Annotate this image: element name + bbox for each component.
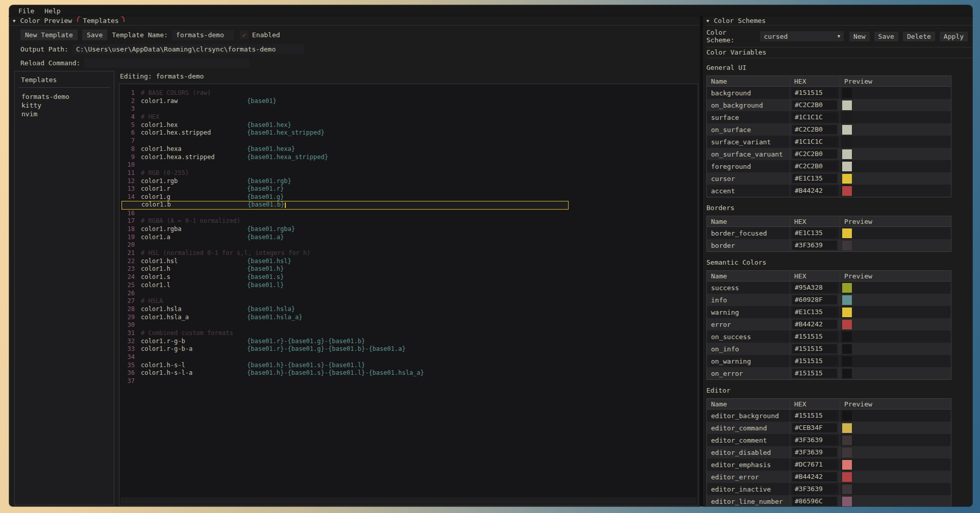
hex-input-editor_error[interactable]: #B44242 <box>792 472 837 481</box>
color-swatch-info[interactable] <box>842 295 852 305</box>
hex-input-editor_inactive[interactable]: #3F3639 <box>792 484 837 494</box>
hex-input-warning[interactable]: #E1C135 <box>792 307 837 317</box>
color-swatch-on_error[interactable] <box>842 369 852 378</box>
template-item-formats-demo[interactable]: formats-demo <box>21 92 108 101</box>
hex-input-accent[interactable]: #B44242 <box>792 186 837 195</box>
color-swatch-editor_background[interactable] <box>842 411 852 421</box>
output-path-input[interactable]: C:\Users\user\AppData\Roaming\clrsync\fo… <box>72 44 304 54</box>
hex-input-border_focused[interactable]: #E1C135 <box>792 228 837 238</box>
editor-line-36[interactable]: 36color1.h-s-l-a{base01.h}-{base01.s}-{b… <box>119 369 698 377</box>
color-swatch-on_success[interactable] <box>842 332 852 342</box>
editor-horizontal-scrollbar[interactable] <box>120 497 697 504</box>
menu-help[interactable]: Help <box>39 6 65 16</box>
color-swatch-surface_variant[interactable] <box>842 137 852 147</box>
color-scheme-select[interactable]: cursed ▼ <box>760 31 844 41</box>
template-name-input[interactable]: formats-demo <box>172 30 234 40</box>
editor-line-13[interactable]: 13color1.r{base01.r} <box>119 185 698 193</box>
hex-input-on_surface[interactable]: #C2C2B0 <box>792 125 837 134</box>
editor-line-29[interactable]: 29color1.hsla_a{base01.hsla_a} <box>119 314 698 322</box>
color-swatch-on_warning[interactable] <box>842 356 852 366</box>
editor-line-8[interactable]: 8color1.hexa{base01.hexa} <box>119 145 698 153</box>
color-swatch-surface[interactable] <box>842 113 852 122</box>
color-swatch-editor_command[interactable] <box>842 423 852 433</box>
color-swatch-error[interactable] <box>842 320 852 329</box>
hex-input-editor_command[interactable]: #CEB34F <box>792 423 837 432</box>
color-swatch-cursor[interactable] <box>842 174 852 184</box>
editor-line-24[interactable]: 24color1.s{base01.s} <box>119 273 698 281</box>
editor-line-4[interactable]: 4# HEX <box>119 113 698 121</box>
color-swatch-warning[interactable] <box>842 307 852 317</box>
hex-input-editor_disabled[interactable]: #3F3639 <box>792 448 837 457</box>
hex-input-surface_variant[interactable]: #1C1C1C <box>792 137 837 146</box>
color-swatch-editor_error[interactable] <box>842 472 852 482</box>
scheme-delete-button[interactable]: Delete <box>903 32 935 41</box>
scheme-new-button[interactable]: New <box>849 32 869 41</box>
color-swatch-editor_comment[interactable] <box>842 435 852 445</box>
color-swatch-on_surface_varuant[interactable] <box>842 149 852 159</box>
save-template-button[interactable]: Save <box>82 30 107 40</box>
editor-line-33[interactable]: 33color1.r-g-b-a{base01.r}-{base01.g}-{b… <box>119 345 698 353</box>
editor-line-6[interactable]: 6color1.hex.stripped{base01.hex_stripped… <box>119 129 698 137</box>
editor-line-15[interactable]: color1.b{base01.b} <box>121 201 569 210</box>
collapse-icon[interactable]: ▼ <box>13 18 15 23</box>
hex-input-border[interactable]: #3F3639 <box>792 241 837 250</box>
editor-line-30[interactable]: 30 <box>119 321 698 329</box>
hex-input-surface[interactable]: #1C1C1C <box>792 113 837 122</box>
color-swatch-border[interactable] <box>842 241 852 250</box>
editor-line-32[interactable]: 32color1.r-g-b{base01.r}-{base01.g}-{bas… <box>119 338 698 346</box>
color-swatch-accent[interactable] <box>842 186 852 196</box>
scheme-save-button[interactable]: Save <box>874 32 898 41</box>
editor-line-14[interactable]: 14color1.g{base01.g} <box>119 193 698 201</box>
editor-line-35[interactable]: 35color1.h-s-l{base01.h}-{base01.s}-{bas… <box>119 362 698 370</box>
editor-line-23[interactable]: 23color1.h{base01.h} <box>119 265 698 273</box>
editor-line-7[interactable]: 7 <box>119 137 698 145</box>
color-swatch-editor_emphasis[interactable] <box>842 460 852 470</box>
reload-command-input[interactable] <box>84 58 250 68</box>
hex-input-editor_line_number[interactable]: #86596C <box>792 497 837 506</box>
collapse-icon[interactable]: ▼ <box>706 18 709 23</box>
hex-input-error[interactable]: #B44242 <box>792 320 837 329</box>
hex-input-info[interactable]: #60928F <box>792 295 837 304</box>
color-swatch-editor_disabled[interactable] <box>842 448 852 457</box>
editor-line-1[interactable]: 1# BASE COLORS (raw) <box>119 89 698 97</box>
color-swatch-foreground[interactable] <box>842 162 852 171</box>
template-editor[interactable]: 1# BASE COLORS (raw)2color1.raw{base01}3… <box>119 84 698 505</box>
editor-line-17[interactable]: 17# RGBA (A = 0-1 normalized) <box>119 217 698 225</box>
hex-input-on_surface_varuant[interactable]: #C2C2B0 <box>792 149 837 159</box>
editor-line-10[interactable]: 10 <box>119 161 698 169</box>
color-swatch-on_background[interactable] <box>842 100 852 110</box>
editor-line-20[interactable]: 20 <box>119 241 698 249</box>
menu-file[interactable]: File <box>13 6 39 16</box>
enabled-checkbox[interactable]: ✓ <box>240 31 249 39</box>
hex-input-cursor[interactable]: #E1C135 <box>792 174 837 183</box>
color-swatch-border_focused[interactable] <box>842 228 852 238</box>
editor-line-25[interactable]: 25color1.l{base01.l} <box>119 281 698 290</box>
editor-line-21[interactable]: 21# HSL (normalized 0-1 for s,l, integer… <box>119 249 698 258</box>
scheme-apply-button[interactable]: Apply <box>940 32 968 41</box>
template-item-nvim[interactable]: nvim <box>21 110 108 118</box>
color-variables-header[interactable]: Color Variables <box>706 47 972 58</box>
editor-line-27[interactable]: 27# HSLA <box>119 297 698 305</box>
editor-line-9[interactable]: 9color1.hexa.stripped{base01.hexa_stripp… <box>119 153 698 162</box>
editor-line-28[interactable]: 28color1.hsla{base01.hsla} <box>119 305 698 314</box>
editor-line-16[interactable]: 16 <box>119 210 698 218</box>
hex-input-editor_comment[interactable]: #3F3639 <box>792 435 837 445</box>
color-swatch-on_info[interactable] <box>842 344 852 354</box>
editor-line-18[interactable]: 18color1.rgba{base01.rgba} <box>119 225 698 234</box>
color-swatch-editor_line_number[interactable] <box>842 497 852 506</box>
hex-input-editor_background[interactable]: #151515 <box>792 411 837 420</box>
editor-line-2[interactable]: 2color1.raw{base01} <box>119 97 698 106</box>
editor-line-37[interactable]: 37 <box>119 377 698 386</box>
hex-input-editor_emphasis[interactable]: #DC7671 <box>792 460 837 469</box>
editor-line-11[interactable]: 11# RGB (0-255) <box>119 169 698 177</box>
color-swatch-editor_inactive[interactable] <box>842 484 852 494</box>
new-template-button[interactable]: New Template <box>20 30 78 40</box>
color-swatch-background[interactable] <box>842 88 852 98</box>
hex-input-foreground[interactable]: #C2C2B0 <box>792 162 837 171</box>
editor-line-5[interactable]: 5color1.hex{base01.hex} <box>119 121 698 130</box>
tab-templates[interactable]: Templates <box>77 16 124 25</box>
editor-line-31[interactable]: 31# Combined custom formats <box>119 329 698 338</box>
hex-input-on_success[interactable]: #151515 <box>792 332 837 341</box>
hex-input-success[interactable]: #95A328 <box>792 283 837 292</box>
editor-line-12[interactable]: 12color1.rgb{base01.rgb} <box>119 177 698 186</box>
